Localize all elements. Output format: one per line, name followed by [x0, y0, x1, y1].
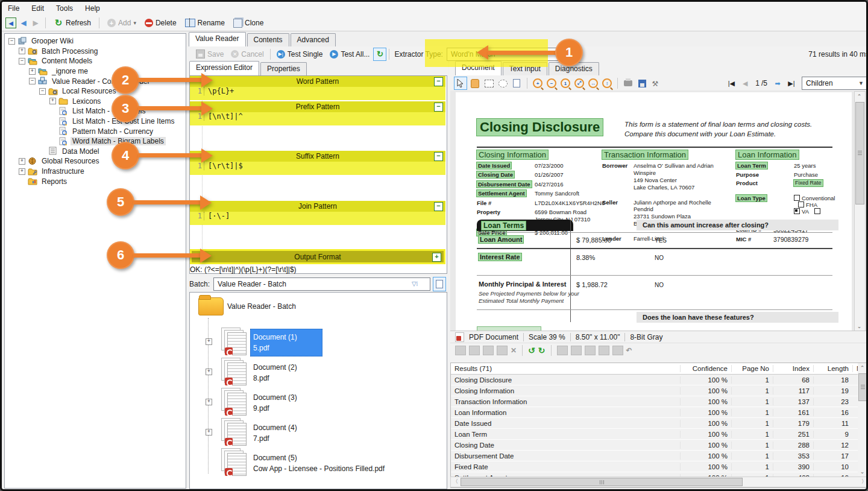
result-row[interactable]: Closing Information100 %111719 — [451, 385, 868, 396]
result-row[interactable]: Loan Term100 %12519 — [451, 429, 868, 440]
expand-plus-icon[interactable]: + — [19, 48, 25, 54]
prefix-pattern-header[interactable]: Prefix Pattern − — [190, 101, 445, 112]
join-pattern-editor[interactable]: 1 [·\-] — [190, 212, 445, 225]
expand-plus-icon[interactable]: + — [206, 399, 212, 405]
delete-button[interactable]: Delete — [142, 17, 180, 28]
scroll-left-icon[interactable]: 〈 — [451, 477, 460, 486]
test-all-button[interactable]: ▶ Test All... — [326, 49, 373, 60]
lasso-select-icon[interactable] — [497, 77, 509, 89]
prefix-pattern-editor[interactable]: 1 [\n\t]|^ — [190, 112, 445, 125]
batch-doc-name[interactable]: Document (2) — [251, 363, 299, 372]
last-page-icon[interactable]: ▶| — [785, 77, 797, 89]
refresh-button[interactable]: ↻ Refresh — [51, 17, 94, 29]
zoom-in-icon[interactable]: + — [532, 77, 544, 89]
menu-help[interactable]: Help — [79, 2, 106, 14]
expand-plus-icon[interactable]: + — [19, 158, 25, 165]
tab-properties[interactable]: Properties — [260, 62, 307, 75]
expand-plus-icon[interactable]: + — [206, 369, 212, 375]
collapse-minus-icon[interactable]: − — [29, 78, 36, 84]
tab-contents[interactable]: Contents — [247, 33, 289, 46]
document-stack-icon[interactable] — [221, 358, 248, 384]
result-row[interactable]: Loan Information100 %116116 — [451, 407, 868, 418]
scrollbar-thumb[interactable] — [461, 478, 743, 486]
pan-tool-icon[interactable] — [469, 77, 481, 89]
tree-item-infrastructure[interactable]: +Infrastructure — [5, 166, 186, 177]
zoom-height-icon[interactable]: ↕ — [601, 77, 613, 89]
scroll-up-icon[interactable]: ⌃ — [855, 92, 864, 101]
scope-dropdown[interactable]: Children ▼ — [802, 77, 868, 90]
tree-item-global-resources[interactable]: +Global Resources — [5, 156, 186, 166]
join-pattern-header[interactable]: Join Pattern − — [190, 201, 445, 212]
column-index[interactable]: Index — [773, 365, 813, 372]
batch-doc-file[interactable]: Cow App - Licensee - Positions Filled.pd… — [251, 464, 386, 474]
document-stack-icon[interactable] — [221, 328, 248, 354]
rotate-left-icon[interactable]: ↺ — [528, 346, 535, 355]
result-row[interactable]: Transaction Information100 %113723 — [451, 396, 868, 407]
tab-advanced[interactable]: Advanced — [291, 33, 336, 46]
column-length[interactable]: Length — [813, 365, 852, 372]
batch-doc-name[interactable]: Document (4) — [251, 423, 299, 432]
batch-doc-file[interactable]: 8.pdf — [251, 373, 271, 383]
expand-plus-icon[interactable]: + — [19, 168, 25, 175]
expand-plus-icon[interactable]: + — [206, 429, 212, 436]
scroll-down-icon[interactable]: ⌄ — [858, 467, 867, 476]
document-stack-icon[interactable] — [221, 388, 248, 414]
result-row[interactable]: Date Issued100 %117911 — [451, 418, 868, 429]
menu-edit[interactable]: Edit — [25, 2, 50, 14]
batch-doc-name[interactable]: Document (5) — [251, 453, 299, 463]
collapse-minus-icon[interactable]: − — [434, 77, 443, 86]
column-page-no[interactable]: Page No — [731, 365, 773, 372]
document-stack-icon[interactable] — [221, 418, 248, 445]
suffix-pattern-header[interactable]: Suffix Pattern − — [190, 151, 445, 162]
collapse-minus-icon[interactable]: − — [434, 152, 443, 161]
collapse-minus-icon[interactable]: − — [434, 202, 443, 211]
tree-item-lexicons[interactable]: +Lexicons — [5, 97, 186, 107]
batch-doc-name[interactable]: Document (3) — [251, 393, 299, 402]
zoom-out-icon[interactable]: − — [546, 77, 558, 89]
batch-doc-file[interactable]: 7.pdf — [251, 434, 271, 443]
rename-button[interactable]: Rename — [182, 17, 228, 28]
batch-doc-file[interactable]: 5.pdf — [251, 343, 271, 353]
tree-item-list-match-est-cost-line-items[interactable]: List Match - Est Cost Line Items — [5, 116, 186, 127]
scrollbar-thumb[interactable] — [855, 102, 864, 204]
test-single-button[interactable]: ▶| Test Single — [273, 49, 327, 60]
collapse-minus-icon[interactable]: − — [39, 88, 46, 95]
tree-item-grooper-wiki[interactable]: −Grooper Wiki — [5, 36, 186, 46]
tree-item-content-models[interactable]: −Content Models — [5, 56, 186, 66]
result-row[interactable]: Closing Date100 %128812 — [451, 440, 868, 451]
menu-file[interactable]: File — [2, 2, 25, 14]
collapse-minus-icon[interactable]: − — [434, 103, 443, 112]
save-image-icon[interactable] — [636, 77, 648, 89]
zoom-width-icon[interactable]: ↔ — [587, 77, 599, 89]
tree-item-batch-processing[interactable]: +Batch Processing — [5, 46, 186, 57]
batch-doc-name[interactable]: Document (1) — [251, 332, 299, 342]
column-confidence[interactable]: Confidence — [680, 365, 731, 372]
word-pattern-header[interactable]: Word Pattern − — [190, 76, 445, 87]
tree-item-pattern-match-currency[interactable]: Pattern Match - Currency — [5, 126, 186, 136]
scrollbar-thumb[interactable] — [858, 373, 867, 401]
document-stack-icon[interactable] — [221, 448, 248, 475]
result-row[interactable]: Disbursement Date100 %135317 — [451, 451, 868, 461]
rotate-right-icon[interactable]: ↻ — [538, 346, 546, 355]
tab-expression-editor[interactable]: Expression Editor — [189, 61, 259, 75]
zone-select-icon[interactable] — [483, 77, 495, 89]
output-format-header[interactable]: Output Format + — [192, 251, 444, 262]
batch-root-label[interactable]: Value Reader - Batch — [227, 302, 296, 311]
filter-icon[interactable]: ▽⦙ — [412, 280, 418, 288]
tree-item-reports[interactable]: Reports — [5, 176, 186, 186]
clone-button[interactable]: Clone — [230, 17, 266, 29]
expand-plus-icon[interactable]: + — [432, 253, 441, 262]
viewer-settings-icon[interactable]: ⚒ — [650, 77, 662, 89]
collapse-minus-icon[interactable]: − — [8, 38, 15, 45]
first-page-icon[interactable]: |◀ — [725, 77, 737, 89]
results-hscrollbar[interactable]: 〈 〉 — [450, 477, 868, 487]
collapse-minus-icon[interactable]: − — [19, 58, 25, 65]
pointer-tool-icon[interactable] — [454, 77, 467, 90]
zoom-actual-icon[interactable]: 1 — [559, 77, 571, 89]
scroll-right-icon[interactable]: 〉 — [860, 477, 868, 486]
page-number-input[interactable]: 1 — [755, 79, 760, 87]
page-preview-icon[interactable] — [511, 77, 523, 89]
auto-test-toggle[interactable]: ↻ — [373, 48, 386, 61]
batch-dropdown[interactable]: Value Reader - Batch ▽⦙ — [213, 277, 430, 291]
results-scrollbar[interactable]: ⌃ ⌄ — [858, 363, 868, 476]
